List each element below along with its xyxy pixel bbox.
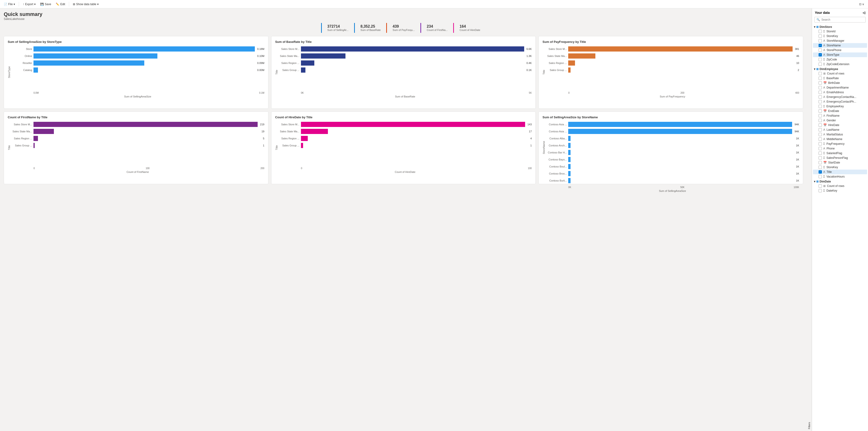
date-icon: 📅 [823, 81, 827, 85]
chart-card: Sum of BaseRate by Title Title Sales Sto… [271, 36, 536, 109]
checkbox[interactable] [818, 34, 822, 38]
chevron-down-icon: ▾ [13, 3, 15, 6]
sidebar-search[interactable]: 🔍 [814, 17, 866, 23]
checkbox[interactable] [818, 53, 822, 57]
tree-item[interactable]: A LastName [813, 127, 867, 132]
tree-item[interactable]: A MaritalStatus [813, 132, 867, 137]
tree-item[interactable]: A DepartmentName [813, 85, 867, 90]
checkbox[interactable] [818, 91, 822, 94]
checkbox[interactable] [818, 44, 822, 47]
bar-container [568, 164, 794, 169]
tree-item[interactable]: Σ StoreId [813, 29, 867, 34]
bar-value: 219 [260, 123, 264, 126]
bar-value: 1K [796, 165, 799, 168]
checkbox[interactable] [818, 152, 822, 155]
tree-item[interactable]: A StorePhone [813, 48, 867, 53]
checkbox[interactable] [818, 133, 822, 136]
checkbox[interactable] [818, 58, 822, 61]
collapse-icon[interactable]: ◁ [863, 11, 865, 14]
window-controls[interactable]: ⊡ ∨ [857, 2, 866, 7]
tree-item[interactable]: A StoreManager [813, 38, 867, 43]
tree-item[interactable]: A EmergencyContactNa... [813, 95, 867, 99]
checkbox[interactable] [818, 119, 822, 122]
bar-value: 381 [795, 48, 799, 50]
tree-item[interactable]: Σ PayFrequency [813, 142, 867, 146]
checkbox[interactable] [818, 95, 822, 99]
tree-item[interactable]: Σ BaseRate [813, 76, 867, 81]
checkbox[interactable] [818, 86, 822, 89]
show-data-table-button[interactable]: ⊞ Show data table ▾ [71, 2, 100, 7]
bar-label: Sales Group ... [546, 69, 567, 71]
tree-item[interactable]: A Title [813, 170, 867, 174]
checkbox[interactable] [818, 128, 822, 131]
checkbox[interactable] [818, 123, 822, 127]
checkbox[interactable] [818, 156, 822, 159]
checkbox[interactable] [818, 105, 822, 108]
checkbox[interactable] [818, 161, 822, 164]
tree-item[interactable]: 📅 EndDate [813, 109, 867, 113]
save-button[interactable]: 💾 Save [38, 2, 53, 7]
checkbox[interactable] [818, 63, 822, 66]
checkbox[interactable] [818, 72, 822, 75]
tree-group-header[interactable]: ▾ ⊞ DimEmployee [813, 66, 867, 71]
tree-item[interactable]: Σ DateKey [813, 188, 867, 193]
checkbox[interactable] [818, 81, 822, 85]
export-icon: ↑ [23, 3, 24, 6]
checkbox[interactable] [818, 30, 822, 33]
bar-row: Sales Group ... 1 [11, 143, 265, 148]
tree-item[interactable]: A EmailAddress [813, 90, 867, 95]
item-label: Count of rows [827, 184, 844, 188]
x-axis: 0100200 [11, 166, 265, 170]
file-menu[interactable]: 📄 File ▾ [2, 2, 17, 7]
checkbox[interactable] [818, 142, 822, 146]
checkbox[interactable] [818, 49, 822, 52]
tree-item[interactable]: Σ VacationHours [813, 174, 867, 179]
bar [568, 150, 570, 155]
tree-item[interactable]: Σ StoreKey [813, 34, 867, 38]
bar-label: Sales State Ma... [546, 55, 567, 57]
tree-item[interactable]: ⊞ Count of rows [813, 71, 867, 76]
tree-item[interactable]: 📅 HireDate [813, 123, 867, 127]
tree-group-header[interactable]: ▾ ⊞ DimStore [813, 24, 867, 29]
tree-item[interactable]: 📅 StartDate [813, 160, 867, 165]
search-input[interactable] [822, 18, 864, 21]
filters-tab[interactable]: Filters [807, 8, 812, 431]
tree-item[interactable]: A FirstName [813, 113, 867, 118]
tree-item[interactable]: ⊞ Count of rows [813, 184, 867, 188]
tree-item[interactable]: Σ ZipCodeExtension [813, 62, 867, 66]
item-label: StoreKey [826, 34, 838, 38]
checkbox[interactable] [818, 100, 822, 103]
checkbox[interactable] [818, 110, 822, 113]
tree-item[interactable]: Σ EmployeeKey [813, 104, 867, 109]
checkbox[interactable] [818, 165, 822, 169]
checkbox[interactable] [818, 175, 822, 178]
tree-item[interactable]: Σ ZipCode [813, 57, 867, 62]
kpi-item: 164 Count of HireDate [453, 23, 486, 33]
checkbox[interactable] [818, 170, 822, 174]
checkbox[interactable] [818, 114, 822, 117]
item-label: HireDate [828, 123, 839, 127]
export-button[interactable]: ↑ Export ▾ [21, 2, 37, 7]
checkbox[interactable] [818, 76, 822, 80]
bar-value: 1 [530, 144, 532, 147]
text-icon: A [823, 53, 825, 57]
tree-item[interactable]: A StoreName [813, 43, 867, 48]
tree-item[interactable]: A EmergencyContactPh... [813, 99, 867, 104]
checkbox[interactable] [818, 184, 822, 188]
edit-button[interactable]: ✏️ Edit [54, 2, 67, 7]
tree-item[interactable]: A Gender [813, 118, 867, 123]
tree-item[interactable]: Σ SalesPersonFlag [813, 156, 867, 160]
tree-group-header[interactable]: ▾ ⊞ DimDate [813, 179, 867, 184]
bar-label: Online [11, 55, 32, 57]
tree-item[interactable]: Σ SalariedFlag [813, 151, 867, 156]
group-label: DimDate [819, 180, 831, 183]
tree-item[interactable]: A MiddleName [813, 137, 867, 142]
tree-item[interactable]: 📅 BirthDate [813, 81, 867, 85]
checkbox[interactable] [818, 39, 822, 42]
tree-item[interactable]: Σ StoreKey [813, 165, 867, 170]
tree-item[interactable]: A Phone [813, 146, 867, 151]
checkbox[interactable] [818, 189, 822, 192]
tree-item[interactable]: A StoreType [813, 53, 867, 57]
checkbox[interactable] [818, 137, 822, 141]
checkbox[interactable] [818, 147, 822, 150]
